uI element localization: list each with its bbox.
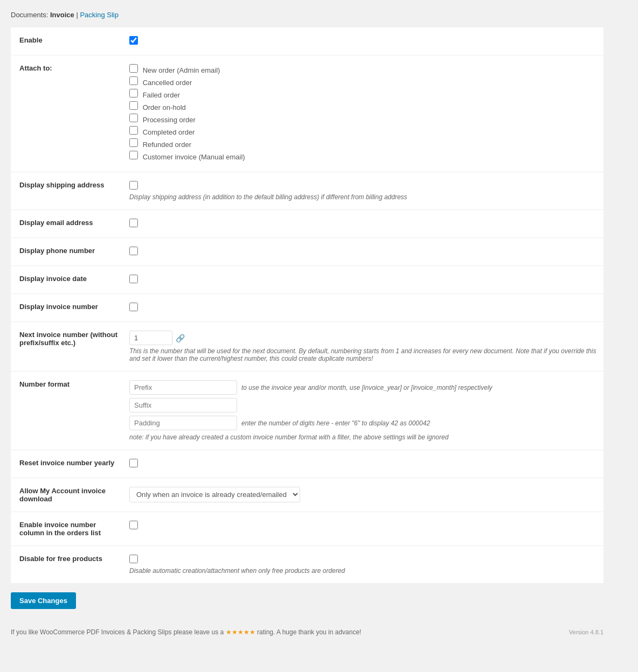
footer-stars: ★★★★★ — [226, 628, 255, 636]
row-allow-download: Allow My Account invoice download Only w… — [11, 478, 604, 512]
row-disable-free: Disable for free products Disable automa… — [11, 546, 604, 584]
suffix-row — [129, 398, 598, 412]
enable-label: Enable — [19, 36, 43, 44]
version-text: Version 4.8.1 — [569, 629, 604, 635]
attach-to-group: New order (Admin email) Cancelled order … — [129, 64, 598, 161]
invoice-column-label: Enable invoice number column in the orde… — [19, 521, 101, 537]
attach-failed[interactable]: Failed order — [129, 89, 598, 99]
suffix-input[interactable] — [129, 398, 237, 412]
next-number-label: Next invoice number (without prefix/suff… — [19, 331, 117, 347]
prefix-hint: to use the invoice year and/or month, us… — [241, 384, 493, 391]
checkbox-new-order[interactable] — [129, 64, 138, 73]
settings-form: Enable Attach to: New order (Admin email… — [11, 27, 604, 584]
prefix-row: to use the invoice year and/or month, us… — [129, 380, 598, 395]
shipping-description: Display shipping address (in addition to… — [129, 193, 598, 201]
allow-download-label: Allow My Account invoice download — [19, 487, 106, 503]
disable-free-label: Disable for free products — [19, 555, 102, 563]
checkbox-on-hold[interactable] — [129, 101, 138, 110]
row-enable: Enable — [11, 27, 604, 55]
page-wrapper: Documents: Invoice | Packing Slip Enable… — [11, 11, 604, 636]
checkbox-cancelled[interactable] — [129, 76, 138, 85]
row-invoice-column: Enable invoice number column in the orde… — [11, 512, 604, 546]
attach-new-order[interactable]: New order (Admin email) — [129, 64, 598, 74]
attach-on-hold[interactable]: Order on-hold — [129, 101, 598, 111]
shipping-checkbox[interactable] — [129, 181, 138, 190]
phone-checkbox[interactable] — [129, 247, 138, 255]
row-phone: Display phone number — [11, 238, 604, 266]
next-number-row: 🔗 — [129, 331, 598, 345]
row-invoice-number: Display invoice number — [11, 294, 604, 322]
breadcrumb: Documents: Invoice | Packing Slip — [11, 11, 604, 19]
padding-row: enter the number of digits here - enter … — [129, 416, 598, 430]
row-number-format: Number format to use the invoice year an… — [11, 372, 604, 450]
prefix-input[interactable] — [129, 380, 237, 395]
allow-download-select[interactable]: Only when an invoice is already created/… — [129, 487, 300, 502]
row-date: Display invoice date — [11, 266, 604, 294]
footer: If you like WooCommerce PDF Invoices & P… — [11, 628, 604, 636]
attach-refunded[interactable]: Refunded order — [129, 138, 598, 149]
next-number-description: This is the number that will be used for… — [129, 347, 598, 362]
invoice-number-checkbox[interactable] — [129, 303, 138, 311]
attach-to-label: Attach to: — [19, 64, 52, 72]
checkbox-completed[interactable] — [129, 126, 138, 135]
date-label: Display invoice date — [19, 275, 87, 283]
invoice-column-checkbox[interactable] — [129, 521, 138, 529]
date-checkbox[interactable] — [129, 275, 138, 283]
reset-yearly-label: Reset invoice number yearly — [19, 459, 114, 467]
attach-customer-invoice[interactable]: Customer invoice (Manual email) — [129, 151, 598, 161]
link-icon: 🔗 — [176, 334, 185, 342]
attach-cancelled[interactable]: Cancelled order — [129, 76, 598, 87]
row-shipping: Display shipping address Display shippin… — [11, 172, 604, 210]
invoice-number-label: Display invoice number — [19, 303, 98, 311]
padding-input[interactable] — [129, 416, 237, 430]
attach-processing[interactable]: Processing order — [129, 114, 598, 124]
checkbox-customer-invoice[interactable] — [129, 151, 138, 159]
enable-checkbox[interactable] — [129, 36, 138, 45]
attach-completed[interactable]: Completed order — [129, 126, 598, 136]
checkbox-processing[interactable] — [129, 114, 138, 122]
breadcrumb-active: Invoice — [50, 11, 74, 19]
phone-label: Display phone number — [19, 247, 95, 255]
submit-section: Save Changes — [11, 584, 604, 618]
breadcrumb-link[interactable]: Packing Slip — [80, 11, 119, 19]
reset-yearly-checkbox[interactable] — [129, 459, 138, 467]
padding-hint: enter the number of digits here - enter … — [241, 419, 430, 427]
row-next-number: Next invoice number (without prefix/suff… — [11, 322, 604, 372]
email-label: Display email address — [19, 219, 93, 227]
next-number-input[interactable] — [129, 331, 172, 345]
row-reset-yearly: Reset invoice number yearly — [11, 450, 604, 478]
format-note: note: if you have already created a cust… — [129, 433, 598, 441]
footer-before: If you like WooCommerce PDF Invoices & P… — [11, 628, 226, 636]
disable-free-description: Disable automatic creation/attachment wh… — [129, 567, 598, 575]
row-attach-to: Attach to: New order (Admin email) Cance… — [11, 55, 604, 172]
row-email: Display email address — [11, 210, 604, 238]
shipping-label: Display shipping address — [19, 181, 105, 189]
email-checkbox[interactable] — [129, 219, 138, 227]
footer-after: rating. A huge thank you in advance! — [257, 628, 361, 636]
footer-text: If you like WooCommerce PDF Invoices & P… — [11, 628, 361, 636]
save-button[interactable]: Save Changes — [11, 592, 76, 609]
disable-free-checkbox[interactable] — [129, 555, 138, 563]
number-format-label: Number format — [19, 380, 70, 388]
breadcrumb-prefix: Documents: — [11, 11, 50, 19]
checkbox-failed[interactable] — [129, 89, 138, 97]
checkbox-refunded[interactable] — [129, 138, 138, 147]
